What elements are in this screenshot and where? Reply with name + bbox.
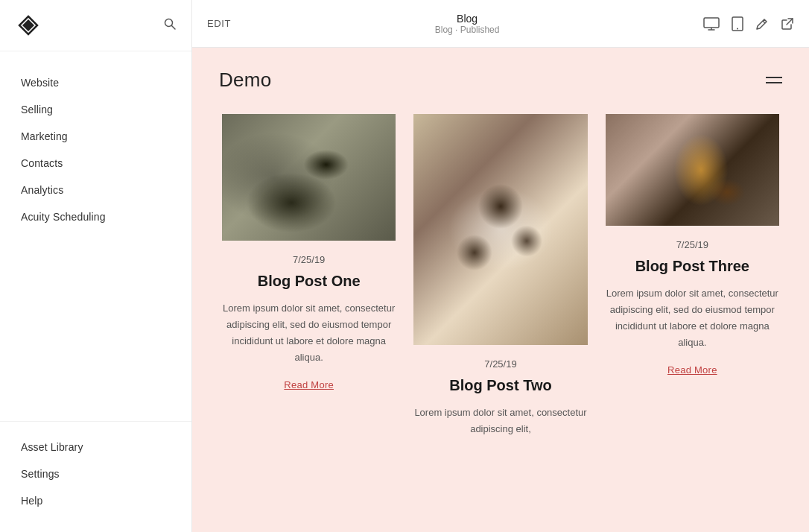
tablet-view-icon[interactable]	[732, 16, 743, 31]
svg-line-9	[787, 19, 793, 25]
squarespace-logo	[15, 12, 42, 39]
post-3-read-more[interactable]: Read More	[667, 364, 717, 376]
sidebar-bottom: Asset Library Settings Help	[0, 421, 191, 532]
main-content: EDIT Blog Blog · Published	[192, 0, 809, 532]
post-2-image	[413, 114, 587, 345]
post-3-date: 7/25/19	[676, 239, 708, 250]
page-title: Blog	[435, 13, 500, 25]
svg-line-8	[763, 21, 765, 23]
sidebar-item-help[interactable]: Help	[0, 487, 191, 514]
sidebar-header	[0, 0, 191, 51]
post-1-title: Blog Post One	[258, 273, 361, 290]
post-2-title: Blog Post Two	[449, 377, 551, 394]
svg-point-7	[737, 28, 738, 29]
sidebar-item-analytics[interactable]: Analytics	[0, 177, 191, 203]
post-3-excerpt: Lorem ipsum dolor sit amet, consectetur …	[606, 285, 779, 351]
topbar: EDIT Blog Blog · Published	[192, 0, 809, 48]
edit-pencil-icon[interactable]	[755, 17, 769, 31]
post-3-title: Blog Post Three	[635, 258, 749, 275]
blog-post-1: 7/25/19 Blog Post One Lorem ipsum dolor …	[213, 114, 404, 475]
blog-post-3: 7/25/19 Blog Post Three Lorem ipsum dolo…	[597, 114, 788, 475]
blog-post-2: 7/25/19 Blog Post Two Lorem ipsum dolor …	[404, 114, 596, 475]
sidebar-item-website[interactable]: Website	[0, 69, 191, 96]
post-3-image	[606, 114, 779, 226]
search-icon[interactable]	[163, 17, 177, 34]
sidebar-nav: Website Selling Marketing Contacts Analy…	[0, 51, 191, 532]
sidebar-item-asset-library[interactable]: Asset Library	[0, 434, 191, 460]
blog-grid: 7/25/19 Blog Post One Lorem ipsum dolor …	[192, 107, 809, 475]
site-preview: Demo 7/25/19 Blog Post One Lorem ipsum d…	[192, 48, 809, 532]
post-1-read-more[interactable]: Read More	[284, 379, 334, 390]
post-2-date: 7/25/19	[484, 358, 516, 370]
post-1-date: 7/25/19	[293, 254, 325, 265]
desktop-view-icon[interactable]	[703, 17, 720, 31]
page-subtitle: Blog · Published	[435, 25, 500, 35]
sidebar-item-acuity-scheduling[interactable]: Acuity Scheduling	[0, 203, 191, 230]
sidebar-item-settings[interactable]: Settings	[0, 460, 191, 487]
post-1-image	[222, 114, 396, 241]
sidebar-item-contacts[interactable]: Contacts	[0, 150, 191, 177]
post-2-excerpt: Lorem ipsum dolor sit amet, consectetur …	[413, 405, 587, 437]
svg-rect-3	[704, 18, 719, 28]
edit-button[interactable]: EDIT	[207, 18, 231, 29]
hamburger-menu-icon[interactable]	[766, 77, 782, 83]
topbar-info: Blog Blog · Published	[435, 13, 500, 35]
sidebar-item-selling[interactable]: Selling	[0, 96, 191, 123]
sidebar-item-marketing[interactable]: Marketing	[0, 123, 191, 150]
topbar-icons	[703, 16, 794, 31]
blog-header: Demo	[192, 48, 809, 107]
site-title: Demo	[219, 69, 271, 92]
post-1-excerpt: Lorem ipsum dolor sit amet, consectetur …	[222, 300, 396, 366]
sidebar: Website Selling Marketing Contacts Analy…	[0, 0, 192, 532]
svg-line-2	[172, 25, 176, 29]
external-link-icon[interactable]	[781, 17, 794, 31]
